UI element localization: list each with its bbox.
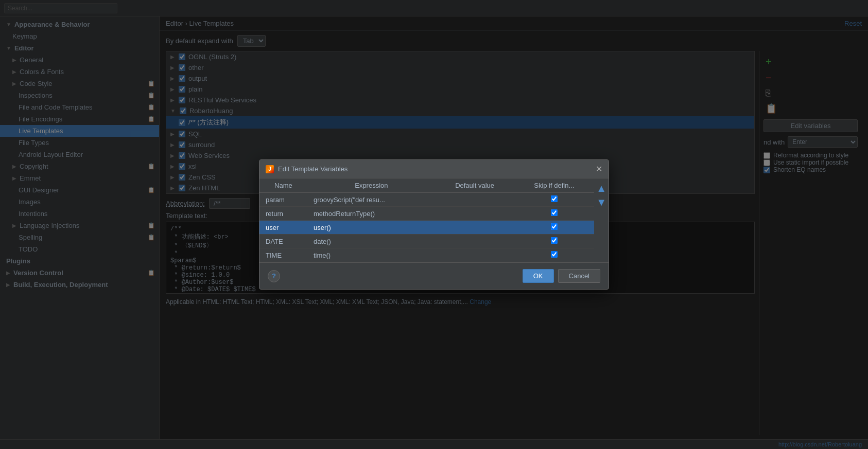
skip-checkbox[interactable] [551, 251, 558, 258]
variables-table: Name Expression Default value Skip if de… [259, 178, 594, 262]
var-row-param[interactable]: param groovyScript("def resu... [259, 193, 594, 207]
modal-close-button[interactable]: ✕ [596, 164, 602, 174]
var-default[interactable] [436, 248, 514, 262]
var-row-user[interactable]: user user() [259, 221, 594, 235]
var-name: user [259, 221, 307, 235]
var-default[interactable] [436, 207, 514, 221]
var-skip [514, 221, 594, 235]
col-name: Name [259, 178, 307, 193]
modal-body: Name Expression Default value Skip if de… [259, 178, 609, 262]
help-button[interactable]: ? [268, 270, 280, 282]
var-row-TIME[interactable]: TIME time() [259, 248, 594, 262]
var-default[interactable] [436, 221, 514, 235]
ok-button[interactable]: OK [523, 269, 554, 283]
edit-template-variables-dialog: J Edit Template Variables ✕ Name Express… [259, 159, 609, 290]
move-down-button[interactable]: ▼ [596, 196, 606, 208]
var-name: param [259, 193, 307, 207]
var-default[interactable] [436, 235, 514, 248]
modal-title-text: Edit Template Variables [278, 165, 348, 173]
skip-checkbox[interactable] [551, 209, 558, 216]
var-skip [514, 207, 594, 221]
modal-header: J Edit Template Variables ✕ [259, 160, 609, 178]
var-skip [514, 193, 594, 207]
modal-footer: ? OK Cancel [259, 262, 609, 289]
col-default: Default value [436, 178, 514, 193]
var-skip [514, 248, 594, 262]
var-name: DATE [259, 235, 307, 248]
modal-table-wrapper: Name Expression Default value Skip if de… [259, 178, 609, 262]
modal-action-buttons: OK Cancel [523, 269, 600, 283]
modal-icon: J [266, 165, 274, 173]
var-expression: methodReturnType() [307, 207, 436, 221]
modal-title-area: J Edit Template Variables [266, 165, 348, 173]
var-row-return[interactable]: return methodReturnType() [259, 207, 594, 221]
col-skip: Skip if defin... [514, 178, 594, 193]
var-name: return [259, 207, 307, 221]
var-expression: time() [307, 248, 436, 262]
modal-overlay: J Edit Template Variables ✕ Name Express… [0, 0, 868, 449]
cancel-button[interactable]: Cancel [558, 269, 600, 283]
col-expression: Expression [307, 178, 436, 193]
var-name: TIME [259, 248, 307, 262]
skip-checkbox[interactable] [551, 223, 558, 230]
var-default[interactable] [436, 193, 514, 207]
modal-side-buttons: ▲ ▼ [594, 178, 609, 262]
skip-checkbox[interactable] [551, 237, 558, 244]
var-row-DATE[interactable]: DATE date() [259, 235, 594, 248]
var-expression: user() [307, 221, 436, 235]
var-skip [514, 235, 594, 248]
move-up-button[interactable]: ▲ [596, 183, 606, 194]
skip-checkbox[interactable] [551, 195, 558, 202]
var-expression: date() [307, 235, 436, 248]
var-expression: groovyScript("def resu... [307, 193, 436, 207]
